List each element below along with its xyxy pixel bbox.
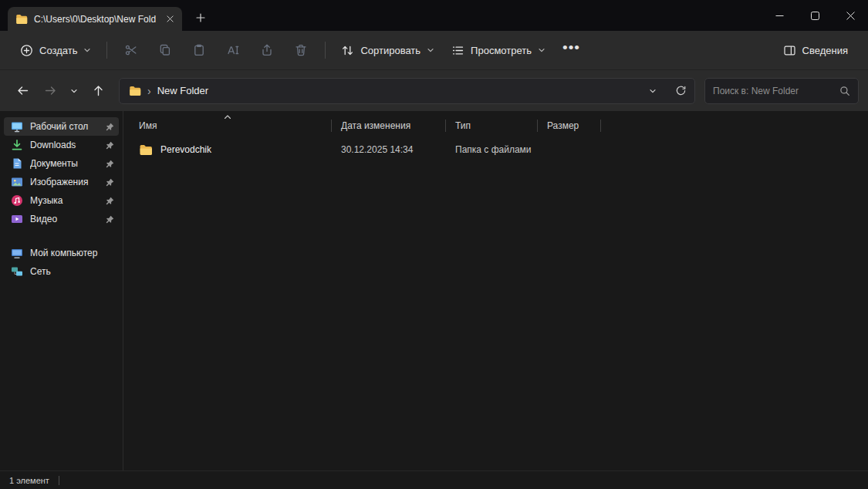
- arrow-left-icon: [16, 84, 29, 97]
- paste-button[interactable]: [183, 36, 215, 64]
- chevron-down-icon: [70, 87, 78, 95]
- view-list-icon: [451, 44, 464, 57]
- sidebar-item-videos[interactable]: Видео: [4, 210, 119, 228]
- view-label: Просмотреть: [471, 45, 532, 56]
- sidebar-item-label: Музыка: [30, 195, 99, 206]
- sidebar-item-label: Рабочий стол: [30, 121, 99, 132]
- pin-icon: [106, 197, 114, 205]
- pin-icon: [106, 178, 114, 187]
- up-button[interactable]: [85, 78, 111, 104]
- copy-button[interactable]: [149, 36, 181, 64]
- more-icon: •••: [562, 44, 580, 56]
- chevron-down-icon: [427, 46, 434, 54]
- maximize-icon: [811, 12, 819, 20]
- sidebar-item-network[interactable]: Сеть: [4, 262, 119, 281]
- column-headers: Имя Дата изменения Тип Размер: [123, 114, 868, 137]
- more-button[interactable]: •••: [555, 39, 588, 62]
- view-button[interactable]: Просмотреть: [444, 39, 553, 62]
- explorer-tab[interactable]: C:\Users\0\Desktop\New Fold: [8, 7, 182, 31]
- new-tab-button[interactable]: [190, 7, 211, 29]
- column-label: Тип: [455, 120, 471, 131]
- trash-icon: [294, 43, 308, 57]
- column-header-type[interactable]: Тип: [446, 114, 538, 137]
- sidebar: Рабочий стол Downloads Документы: [0, 111, 123, 470]
- file-name: Perevodchik: [160, 144, 211, 155]
- scissors-icon: [124, 43, 138, 57]
- column-label: Имя: [139, 120, 157, 131]
- search-input[interactable]: [713, 86, 835, 96]
- sort-label: Сортировать: [360, 45, 420, 56]
- details-pane-button[interactable]: Сведения: [775, 39, 856, 62]
- address-dropdown-button[interactable]: [642, 80, 664, 102]
- maximize-button[interactable]: [797, 0, 833, 31]
- create-button[interactable]: Создать: [12, 39, 99, 62]
- file-rows: Perevodchik 30.12.2025 14:34 Папка с фай…: [123, 137, 868, 470]
- sidebar-item-downloads[interactable]: Downloads: [4, 136, 119, 154]
- item-count: 1 элемент: [9, 476, 49, 485]
- sidebar-item-this-pc[interactable]: Мой компьютер: [4, 244, 119, 262]
- close-icon: [846, 12, 855, 20]
- column-header-size[interactable]: Размер: [538, 114, 601, 137]
- create-label: Создать: [39, 45, 77, 56]
- music-icon: [11, 194, 23, 207]
- rename-button[interactable]: [217, 36, 249, 64]
- column-label: Размер: [547, 120, 579, 131]
- table-row[interactable]: Perevodchik 30.12.2025 14:34 Папка с фай…: [130, 139, 868, 160]
- back-button[interactable]: [9, 78, 35, 104]
- sidebar-item-desktop[interactable]: Рабочий стол: [4, 117, 119, 136]
- videos-icon: [11, 213, 23, 225]
- pin-icon: [106, 215, 114, 224]
- address-bar[interactable]: › New Folder: [119, 78, 695, 104]
- sidebar-item-label: Изображения: [30, 177, 99, 187]
- pin-icon: [106, 160, 114, 168]
- column-header-name[interactable]: Имя: [130, 114, 332, 137]
- statusbar-divider: [59, 476, 59, 485]
- search-icon: [839, 86, 850, 96]
- refresh-icon: [675, 85, 687, 96]
- folder-icon: [15, 14, 28, 25]
- share-button[interactable]: [251, 36, 283, 64]
- column-header-date-modified[interactable]: Дата изменения: [332, 114, 446, 137]
- minimize-button[interactable]: [762, 0, 797, 31]
- sort-button[interactable]: Сортировать: [333, 39, 442, 62]
- arrow-right-icon: [44, 84, 57, 97]
- close-button[interactable]: [833, 0, 868, 31]
- sidebar-item-music[interactable]: Музыка: [4, 191, 119, 210]
- sidebar-item-documents[interactable]: Документы: [4, 154, 119, 173]
- file-list-pane: Имя Дата изменения Тип Размер: [123, 111, 868, 470]
- file-type-cell: Папка с файлами: [446, 144, 538, 155]
- refresh-button[interactable]: [670, 80, 691, 102]
- recent-locations-button[interactable]: [65, 78, 83, 104]
- tab-title: C:\Users\0\Desktop\New Fold: [34, 14, 156, 25]
- delete-button[interactable]: [285, 36, 317, 64]
- chevron-down-icon: [83, 46, 91, 54]
- search-box[interactable]: [704, 78, 859, 104]
- window-controls: [762, 0, 868, 31]
- sidebar-item-label: Документы: [30, 158, 99, 169]
- sidebar-item-label: Мой компьютер: [30, 248, 114, 258]
- titlebar: C:\Users\0\Desktop\New Fold: [0, 0, 868, 31]
- copy-icon: [158, 43, 172, 57]
- tab-close-button[interactable]: [162, 12, 177, 27]
- command-toolbar: Создать: [0, 31, 868, 70]
- share-icon: [260, 43, 274, 57]
- pin-icon: [106, 141, 114, 150]
- forward-button[interactable]: [37, 78, 63, 104]
- sidebar-item-label: Видео: [30, 214, 99, 224]
- sidebar-item-pictures[interactable]: Изображения: [4, 173, 119, 191]
- column-label: Дата изменения: [341, 120, 410, 131]
- rename-icon: [226, 43, 240, 57]
- file-date-cell: 30.12.2025 14:34: [332, 144, 446, 155]
- chevron-down-icon: [649, 87, 657, 95]
- toolbar-separator: [106, 42, 107, 59]
- file-explorer-window: C:\Users\0\Desktop\New Fold: [0, 0, 868, 489]
- downloads-icon: [11, 139, 23, 151]
- network-icon: [11, 265, 23, 278]
- computer-icon: [11, 247, 23, 259]
- cut-button[interactable]: [115, 36, 147, 64]
- breadcrumb[interactable]: New Folder: [157, 85, 636, 96]
- breadcrumb-separator-icon: ›: [147, 86, 151, 96]
- pin-icon: [106, 123, 114, 131]
- pictures-icon: [11, 176, 23, 188]
- toolbar-separator: [325, 42, 326, 59]
